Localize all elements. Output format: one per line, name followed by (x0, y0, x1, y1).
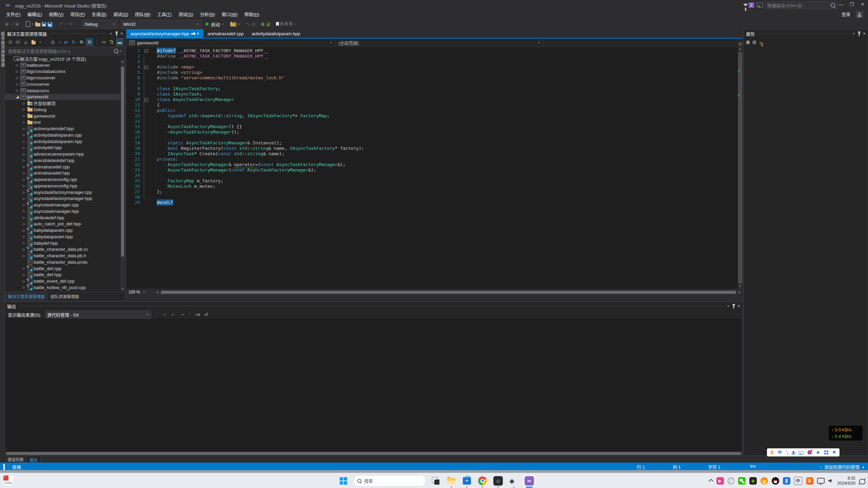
chinese-mode-icon[interactable]: 中 (777, 449, 782, 456)
new-file-caret-icon[interactable] (32, 24, 34, 26)
menu-item-T[interactable]: 工具(T) (154, 10, 175, 19)
copy-ref-button[interactable]: ⧉ (252, 20, 255, 28)
tree-item[interactable]: ▷bigcrossserver (5, 75, 125, 81)
tree-expand-arrow-icon[interactable]: ▷ (15, 82, 20, 86)
document-tab[interactable]: activitydatalistparam.hpp (248, 29, 304, 38)
panel-tab[interactable]: 错误列表 (5, 456, 26, 463)
notifications-button[interactable]: 2 (743, 2, 754, 8)
add-to-source-control-button[interactable]: ↑ 添加到源代码管理 ▲ (820, 464, 865, 470)
refresh-icon[interactable]: ↻ (71, 39, 77, 45)
redo-caret-icon[interactable] (74, 24, 76, 26)
output-content[interactable] (5, 319, 742, 451)
prev-message-icon[interactable]: ⇤ (170, 311, 177, 318)
fold-collapse-icon[interactable] (144, 98, 148, 102)
undo-caret-icon[interactable] (65, 24, 67, 26)
filter-caret-icon[interactable] (59, 42, 61, 44)
tree-expand-arrow-icon[interactable]: ▷ (15, 63, 20, 67)
tree-item[interactable]: battle_character_data.proto (5, 259, 125, 265)
navbar-scope-select[interactable]: (全局范围) (336, 39, 544, 47)
tree-item[interactable]: ▷attributedef.hpp (5, 215, 125, 221)
pending-changes-filter-button[interactable]: ◷ (50, 39, 56, 45)
start-button[interactable] (337, 475, 350, 487)
show-all-files-button[interactable]: ⧉ (86, 38, 93, 46)
find-in-files-button[interactable] (230, 20, 237, 28)
tree-expand-arrow-icon[interactable]: ▷ (21, 273, 27, 277)
collapse-caret-icon[interactable] (39, 42, 41, 44)
hidden-icons-chevron[interactable] (709, 479, 713, 484)
tree-item[interactable]: ▷asynctaskmanager.hpp (5, 208, 125, 215)
tree-item[interactable]: ▷battle_event_def.cpp (5, 278, 125, 284)
find-message-icon[interactable]: ⇲ (161, 311, 168, 318)
tree-item[interactable]: ▷activitydef.hpp (5, 145, 125, 151)
notification-bell-icon[interactable] (859, 479, 865, 484)
minimize-button[interactable]: — (835, 0, 846, 9)
tree-item[interactable]: ◢gameworld (5, 94, 125, 100)
bluetooth-icon[interactable] (783, 477, 790, 485)
output-position-caret-icon[interactable] (727, 306, 729, 308)
solution-config-select[interactable]: Debug (82, 20, 118, 28)
tree-item[interactable]: ▷appearanceconfig.cpp (5, 176, 125, 183)
preview-selected-button[interactable]: ▬ (116, 38, 123, 46)
pin-icon[interactable] (192, 33, 194, 34)
document-tab[interactable]: animalracedef.cpp (203, 29, 248, 38)
tree-item[interactable]: ▷Debug (5, 106, 125, 113)
taskbar-clock[interactable]: 8:322024/3/20 (837, 476, 855, 486)
tree-item[interactable]: ▷auto_catch_pet_def.hpp (5, 221, 125, 227)
code-editor-surface[interactable]: 1#ifndef __ASYNC_TASK_FACTORY_MANAGER_HP… (126, 47, 738, 289)
menu-item-P[interactable]: 项目(P) (67, 10, 88, 19)
properties-header[interactable]: 属性 × (744, 29, 868, 38)
tree-expand-arrow-icon[interactable]: ▷ (21, 108, 27, 111)
microphone-icon[interactable] (792, 451, 794, 454)
tree-expand-arrow-icon[interactable]: ▷ (21, 127, 27, 130)
menu-item-V[interactable]: 视图(V) (45, 10, 67, 19)
new-file-button[interactable] (26, 20, 30, 28)
tree-expand-arrow-icon[interactable]: ▷ (15, 76, 20, 80)
toggle-bookmark-button[interactable] (276, 20, 279, 28)
solution-explorer-header[interactable]: 解决方案资源管理器 × (5, 29, 125, 38)
tree-expand-arrow-icon[interactable]: ▷ (21, 159, 27, 162)
ime-icon[interactable]: 中 (794, 477, 802, 485)
next-message-icon[interactable]: ⇥ (179, 311, 185, 318)
menu-item-D[interactable]: 调试(D) (110, 10, 132, 19)
tree-item[interactable]: ▷activitydatalistparam.hpp (5, 138, 125, 145)
alphabetical-view-icon[interactable]: ▤ (752, 40, 756, 44)
output-scrollbar[interactable] (5, 451, 742, 455)
uncomment-lines-button[interactable]: ⋥ (266, 20, 270, 28)
menu-item-S[interactable]: 测试(S) (175, 10, 196, 19)
nav-back-caret-icon[interactable] (11, 24, 13, 26)
fold-collapse-icon[interactable] (144, 65, 148, 69)
start-debug-button[interactable]: 启动 (206, 20, 224, 28)
output-source-select[interactable]: 源代码管理 - Git (45, 310, 151, 319)
tree-item[interactable]: ▷animalracedef.cpp (5, 164, 125, 170)
close-tab-icon[interactable]: × (197, 32, 199, 36)
tree-item[interactable]: ▷appearanceconfig.hpp (5, 183, 125, 189)
quick-launch-input[interactable]: 快速启动 (Ctrl+Q) (765, 1, 837, 9)
tree-expand-arrow-icon[interactable]: ▷ (15, 70, 20, 73)
close-button[interactable]: × (857, 0, 868, 9)
toolbox-grid-icon[interactable] (824, 450, 828, 454)
file-explorer-icon[interactable] (445, 475, 457, 487)
tree-item[interactable]: ▷test (5, 119, 125, 126)
tree-item[interactable]: ▷anecdotetaskdef.hpp (5, 157, 125, 164)
se-back-button[interactable]: ◄ (7, 39, 13, 45)
unity-hub-icon[interactable]: ◇ (492, 475, 504, 487)
tree-expand-arrow-icon[interactable]: ▷ (21, 254, 27, 258)
se-forward-button[interactable]: ► (15, 39, 21, 45)
comment-lines-button[interactable]: ≣ (261, 20, 265, 28)
keyboard-icon[interactable] (798, 451, 804, 455)
tree-item[interactable]: ▷battle_def.cpp (5, 265, 125, 272)
tree-item[interactable]: ▷animalracedef.hpp (5, 170, 125, 177)
tree-item[interactable]: ▷crossserver (5, 81, 125, 87)
menu-item-N[interactable]: 分析(N) (197, 10, 218, 19)
close-panel-icon[interactable]: × (737, 304, 740, 308)
undo-button[interactable]: ↶ (59, 20, 63, 28)
tree-item[interactable]: ▷asynctaskmanager.cpp (5, 202, 125, 208)
tree-item[interactable]: ▷battle_character_data.pb.cc (5, 246, 125, 253)
editor-vertical-scrollbar[interactable]: ▲ ▼ (738, 47, 743, 289)
tree-item[interactable]: ▷外部依赖项 (5, 100, 125, 106)
tree-item[interactable]: ▷battle_def.hpp (5, 272, 125, 278)
tree-expand-arrow-icon[interactable]: ▷ (21, 235, 27, 238)
se-bottom-tab[interactable]: 解决方案资源管理器 (5, 292, 48, 301)
qq-icon[interactable] (772, 477, 779, 485)
avatar[interactable] (856, 11, 863, 18)
